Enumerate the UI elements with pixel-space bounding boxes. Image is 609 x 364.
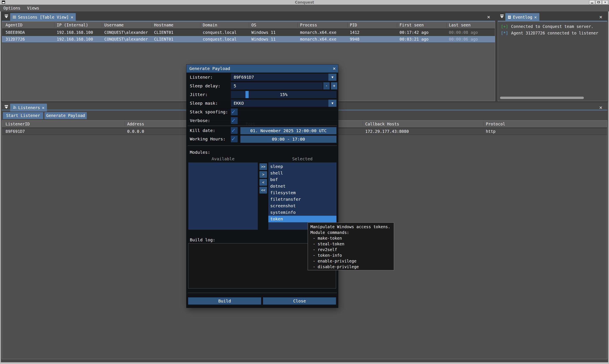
col-callback-hosts[interactable]: Callback Hosts bbox=[365, 121, 399, 128]
cell-username: CONQUEST\alexander bbox=[104, 36, 148, 42]
sleep-delay-decrement-button[interactable]: - bbox=[323, 82, 330, 90]
tab-listeners-close-icon[interactable]: ✕ bbox=[42, 105, 44, 110]
col-agentid[interactable]: AgentID bbox=[5, 22, 22, 28]
col-domain[interactable]: Domain bbox=[203, 22, 217, 28]
build-log-label: Build log: bbox=[190, 236, 215, 243]
verbose-checkbox[interactable]: ✓ bbox=[231, 117, 238, 124]
sleep-mask-label: Sleep mask: bbox=[190, 100, 218, 107]
modules-label: Modules: bbox=[190, 149, 210, 156]
col-last-seen[interactable]: Last seen bbox=[449, 22, 471, 28]
working-hours-field[interactable]: 09:00 - 17:00 bbox=[240, 136, 336, 143]
module-item[interactable]: filesystem bbox=[268, 190, 336, 196]
maximize-button[interactable] bbox=[596, 0, 602, 4]
available-header: Available bbox=[188, 156, 258, 161]
window-title: Conquest bbox=[0, 0, 609, 5]
available-modules-list[interactable] bbox=[188, 162, 258, 230]
menu-options[interactable]: Options bbox=[0, 5, 24, 12]
listeners-panel-close-icon[interactable]: ✕ bbox=[599, 105, 602, 110]
chevron-down-icon[interactable]: ▼ bbox=[328, 74, 336, 81]
tab-eventlog[interactable]: Eventlog ✕ bbox=[505, 13, 539, 21]
cell-hostname: CLIENT01 bbox=[154, 36, 173, 42]
module-item-selected[interactable]: token bbox=[268, 216, 336, 222]
col-address[interactable]: Address bbox=[127, 121, 144, 128]
sessions-panel-close-icon[interactable]: ✕ bbox=[487, 14, 490, 19]
move-right-button[interactable]: > bbox=[259, 171, 267, 178]
sessions-dock-arrow-icon[interactable] bbox=[4, 14, 9, 18]
listeners-dock-arrow-icon[interactable] bbox=[4, 105, 9, 109]
module-item[interactable]: screenshot bbox=[268, 203, 336, 209]
col-pid[interactable]: PID bbox=[350, 22, 357, 28]
dialog-separator bbox=[188, 145, 337, 146]
selected-header: Selected bbox=[268, 156, 336, 161]
tab-eventlog-label: Eventlog bbox=[513, 15, 532, 19]
col-ip[interactable]: IP (Internal) bbox=[57, 22, 88, 28]
kill-date-field[interactable]: 01. November 2025 12:00:00 UTC bbox=[240, 127, 336, 134]
cell-pid: 1412 bbox=[350, 29, 359, 36]
cell-agentid: 312D7726 bbox=[5, 36, 25, 42]
check-icon: ✓ bbox=[231, 117, 235, 124]
tab-sessions-label: Sessions [Table View] bbox=[18, 15, 69, 19]
col-hostname[interactable]: Hostname bbox=[154, 22, 173, 28]
col-protocol[interactable]: Protocol bbox=[486, 121, 505, 128]
dialog-close-button[interactable]: Close bbox=[263, 297, 336, 305]
tab-eventlog-close-icon[interactable]: ✕ bbox=[534, 14, 537, 20]
info-prefix: [*] bbox=[501, 30, 508, 36]
cell-username: CONQUEST\alexander bbox=[104, 29, 148, 36]
eventlog-dock-arrow-icon[interactable] bbox=[500, 14, 504, 18]
success-prefix: [+] bbox=[501, 23, 508, 30]
menu-views[interactable]: Views bbox=[24, 5, 42, 12]
broadcast-icon bbox=[13, 106, 16, 109]
cell-last-seen: 00:00:06 ago bbox=[449, 36, 478, 42]
dialog-titlebar[interactable]: Generate Payload ✕ bbox=[186, 65, 338, 73]
sleep-delay-input[interactable]: 5 bbox=[231, 82, 323, 90]
col-username[interactable]: Username bbox=[104, 22, 124, 28]
cell-os: Windows 11 bbox=[252, 29, 276, 36]
session-row-1[interactable]: 58EE89DA 192.168.168.100 CONQUEST\alexan… bbox=[2, 29, 495, 36]
tab-sessions[interactable]: Sessions [Table View] ✕ bbox=[10, 13, 76, 21]
build-button[interactable]: Build bbox=[188, 297, 261, 305]
move-all-right-button[interactable]: >> bbox=[259, 163, 267, 170]
session-row-2-selected[interactable]: 312D7726 192.168.168.100 CONQUEST\alexan… bbox=[2, 36, 495, 43]
cell-first-seen: 00:17:42 ago bbox=[399, 29, 428, 36]
cell-domain: conquest.local bbox=[203, 29, 237, 36]
cell-domain: conquest.local bbox=[203, 36, 237, 42]
check-icon: ✓ bbox=[231, 127, 235, 134]
listener-label: Listener: bbox=[190, 74, 213, 81]
window-titlebar[interactable]: Conquest ✕ bbox=[0, 0, 609, 5]
listener-dropdown[interactable]: 89F691D7 ▼ bbox=[231, 74, 336, 81]
clipboard-icon bbox=[508, 15, 511, 19]
working-hours-checkbox[interactable]: ✓ bbox=[231, 136, 238, 142]
module-item[interactable]: sleep bbox=[268, 163, 336, 170]
sessions-table-header[interactable]: AgentID IP (Internal) Username Hostname … bbox=[2, 22, 495, 29]
stack-spoofing-checkbox[interactable]: ✓ bbox=[231, 108, 238, 115]
cell-first-seen: 00:03:21 ago bbox=[399, 36, 428, 42]
chevron-down-icon[interactable]: ▼ bbox=[328, 100, 336, 107]
eventlog-horizontal-scrollbar[interactable] bbox=[500, 97, 584, 99]
cell-ip: 192.168.168.100 bbox=[57, 29, 93, 36]
sleep-delay-label: Sleep delay: bbox=[190, 82, 221, 90]
sleep-delay-increment-button[interactable]: + bbox=[331, 82, 337, 90]
module-item[interactable]: systeminfo bbox=[268, 209, 336, 216]
tab-sessions-close-icon[interactable]: ✕ bbox=[71, 14, 73, 20]
module-item[interactable]: bof bbox=[268, 176, 336, 183]
minimize-button[interactable] bbox=[589, 0, 595, 4]
move-all-left-button[interactable]: << bbox=[259, 187, 267, 194]
col-listenerid[interactable]: ListenerID bbox=[5, 121, 30, 128]
module-item[interactable]: filetransfer bbox=[268, 196, 336, 203]
move-left-button[interactable]: < bbox=[259, 179, 267, 186]
eventlog-panel-close-icon[interactable]: ✕ bbox=[599, 14, 602, 19]
selected-modules-list[interactable]: sleep shell bof dotnet filesystem filetr… bbox=[268, 162, 336, 230]
dialog-close-icon[interactable]: ✕ bbox=[333, 65, 336, 73]
generate-payload-button[interactable]: Generate Payload bbox=[44, 112, 87, 119]
eventlog-output[interactable]: [+]Connected to Conquest team server. [*… bbox=[498, 21, 607, 101]
module-item[interactable]: dotnet bbox=[268, 183, 336, 190]
sleep-mask-dropdown[interactable]: EKKO ▼ bbox=[231, 100, 336, 107]
module-item[interactable]: shell bbox=[268, 170, 336, 176]
jitter-slider[interactable]: 15% bbox=[231, 91, 336, 98]
start-listener-button[interactable]: Start Listener bbox=[3, 112, 43, 119]
kill-date-checkbox[interactable]: ✓ bbox=[231, 127, 238, 134]
col-os[interactable]: OS bbox=[252, 22, 256, 28]
col-first-seen[interactable]: First seen bbox=[399, 22, 424, 28]
col-process[interactable]: Process bbox=[300, 22, 317, 28]
close-button[interactable]: ✕ bbox=[602, 0, 608, 4]
